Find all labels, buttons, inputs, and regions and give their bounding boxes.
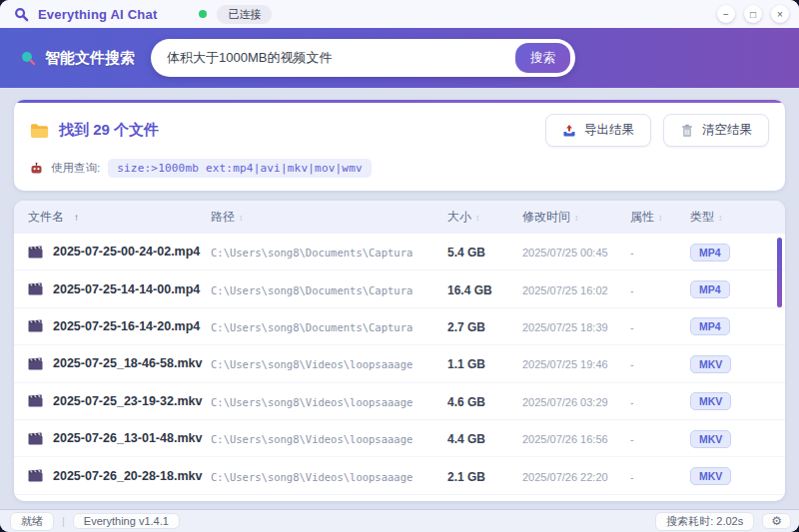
trash-icon xyxy=(680,124,694,138)
video-file-icon xyxy=(28,394,43,407)
main-content: 找到 29 个文件 导出结果 xyxy=(0,88,799,509)
search-magnifier-icon xyxy=(20,50,36,66)
column-header-attr[interactable]: 属性 ↕ xyxy=(630,209,690,226)
file-attr: - xyxy=(630,358,634,370)
file-path: C:\Users\song8\Videos\loopsaaage xyxy=(211,358,412,370)
column-header-size[interactable]: 大小 ↕ xyxy=(447,209,522,226)
export-results-label: 导出结果 xyxy=(584,122,634,139)
file-size: 2.7 GB xyxy=(447,320,485,334)
file-path: C:\Users\song8\Videos\loopsaaage xyxy=(211,471,412,483)
file-name: 2025-07-25-16-14-20.mp4 xyxy=(53,319,200,333)
table-header-row: 文件名 ↑ 路径 ↕ 大小 ↕ 修改时间 ↕ 属性 ↕ xyxy=(14,201,785,234)
table-row[interactable]: 2025-07-25-16-14-20.mp4 C:\Users\song8\D… xyxy=(14,308,785,345)
sort-ascending-icon: ↑ xyxy=(74,212,79,223)
file-type-badge: MKV xyxy=(690,392,731,410)
sort-idle-icon: ↕ xyxy=(658,213,663,223)
smart-search-label-wrap: 智能文件搜索 xyxy=(20,49,135,68)
file-path: C:\Users\song8\Documents\Captura xyxy=(211,247,412,259)
file-path: C:\Users\song8\Documents\Captura xyxy=(211,321,412,333)
file-attr: - xyxy=(630,247,634,259)
search-elapsed-time: 搜索耗时: 2.02s xyxy=(655,512,754,531)
file-name: 2025-07-25_18-46-58.mkv xyxy=(53,356,202,370)
file-modified: 2025/07/26 16:56 xyxy=(522,433,608,445)
app-title: Everything AI Chat xyxy=(38,7,157,22)
video-file-icon xyxy=(28,469,43,482)
file-modified: 2025/07/25 18:39 xyxy=(522,321,608,333)
column-header-filename-label: 文件名 xyxy=(28,209,64,226)
results-table: 文件名 ↑ 路径 ↕ 大小 ↕ 修改时间 ↕ 属性 ↕ xyxy=(14,201,785,501)
file-type-badge: MKV xyxy=(690,430,731,448)
connection-status-label: 已连接 xyxy=(217,5,272,24)
status-divider: | xyxy=(62,515,65,527)
app-logo-magnifier-icon xyxy=(14,7,29,22)
table-row[interactable]: 2025-07-25_23-19-32.mkv C:\Users\song8\V… xyxy=(14,383,785,420)
file-modified: 2025/07/26 03:29 xyxy=(522,396,608,408)
column-header-path[interactable]: 路径 ↕ xyxy=(211,209,447,226)
file-path: C:\Users\song8\Documents\Captura xyxy=(211,284,412,296)
search-header: 智能文件搜索 搜索 xyxy=(0,28,799,88)
file-name: 2025-07-26_13-01-48.mkv xyxy=(53,431,202,445)
column-header-path-label: 路径 xyxy=(211,209,235,226)
file-size: 4.4 GB xyxy=(447,432,485,446)
file-attr: - xyxy=(630,321,634,333)
everything-version: Everything v1.4.1 xyxy=(73,513,180,529)
app-window: Everything AI Chat 已连接 − □ × 智能文件搜索 搜索 xyxy=(0,0,799,532)
column-header-type[interactable]: 类型 ↕ xyxy=(690,209,770,226)
file-attr: - xyxy=(630,433,634,445)
column-header-filename[interactable]: 文件名 ↑ xyxy=(14,209,211,226)
results-summary-card: 找到 29 个文件 导出结果 xyxy=(14,100,785,191)
search-button[interactable]: 搜索 xyxy=(515,43,570,73)
maximize-button[interactable]: □ xyxy=(744,5,762,23)
search-input[interactable] xyxy=(167,51,515,66)
ready-status: 就绪 xyxy=(10,512,54,531)
close-button[interactable]: × xyxy=(771,5,789,23)
file-size: 2.1 GB xyxy=(447,470,485,484)
table-row[interactable]: 2025-07-25_18-46-58.mkv C:\Users\song8\V… xyxy=(14,345,785,382)
clear-results-label: 清空结果 xyxy=(702,122,752,139)
minimize-button[interactable]: − xyxy=(717,5,735,23)
everything-query-string: size:>1000mb ext:mp4|avi|mkv|mov|wmv xyxy=(108,159,372,178)
table-row[interactable]: 2025-07-25-14-14-00.mp4 C:\Users\song8\D… xyxy=(14,270,785,307)
file-modified: 2025/07/25 19:46 xyxy=(522,358,608,370)
export-icon xyxy=(562,124,576,138)
file-size: 16.4 GB xyxy=(447,283,492,297)
sort-idle-icon: ↕ xyxy=(239,213,244,223)
table-row[interactable]: 2025-07-26_20-28-18.mkv C:\Users\song8\V… xyxy=(14,457,785,494)
sort-idle-icon: ↕ xyxy=(475,213,480,223)
file-attr: - xyxy=(630,396,634,408)
file-modified: 2025/07/26 22:20 xyxy=(522,471,608,483)
search-box: 搜索 xyxy=(151,39,575,77)
file-size: 5.4 GB xyxy=(447,246,485,260)
export-results-button[interactable]: 导出结果 xyxy=(545,114,651,147)
video-file-icon xyxy=(28,282,43,295)
table-row[interactable]: 2025-07-26_13-01-48.mkv C:\Users\song8\V… xyxy=(14,420,785,457)
column-header-modified[interactable]: 修改时间 ↕ xyxy=(522,209,630,226)
sort-idle-icon: ↕ xyxy=(574,213,579,223)
settings-gear-icon[interactable]: ⚙ xyxy=(762,513,791,529)
table-scrollbar-thumb[interactable] xyxy=(777,238,782,307)
connection-status: 已连接 xyxy=(199,5,272,24)
folder-icon xyxy=(30,123,49,139)
file-name: 2025-07-26_20-28-18.mkv xyxy=(53,469,202,483)
file-name: 2025-07-25-14-14-00.mp4 xyxy=(53,282,200,296)
file-type-badge: MP4 xyxy=(690,244,730,262)
clear-results-button[interactable]: 清空结果 xyxy=(663,114,769,147)
used-query-row: 使用查询: size:>1000mb ext:mp4|avi|mkv|mov|w… xyxy=(30,159,769,178)
video-file-icon xyxy=(28,432,43,445)
file-name: 2025-07-25-00-24-02.mp4 xyxy=(53,245,200,259)
status-bar: 就绪 | Everything v1.4.1 搜索耗时: 2.02s ⚙ xyxy=(0,509,799,532)
video-file-icon xyxy=(28,319,43,332)
file-path: C:\Users\song8\Videos\loopsaaage xyxy=(211,396,412,408)
table-row[interactable]: 2025-07-25-00-24-02.mp4 C:\Users\song8\D… xyxy=(14,234,785,270)
found-files-wrap: 找到 29 个文件 xyxy=(30,121,159,140)
file-type-badge: MP4 xyxy=(690,280,730,298)
file-path: C:\Users\song8\Videos\loopsaaage xyxy=(211,433,412,445)
file-name: 2025-07-25_23-19-32.mkv xyxy=(53,394,202,408)
file-attr: - xyxy=(630,284,634,296)
column-header-type-label: 类型 xyxy=(690,209,714,226)
sort-idle-icon: ↕ xyxy=(718,213,723,223)
connected-dot-icon xyxy=(199,10,207,18)
file-type-badge: MP4 xyxy=(690,317,730,335)
file-size: 1.1 GB xyxy=(447,357,485,371)
table-body: 2025-07-25-00-24-02.mp4 C:\Users\song8\D… xyxy=(14,234,785,495)
